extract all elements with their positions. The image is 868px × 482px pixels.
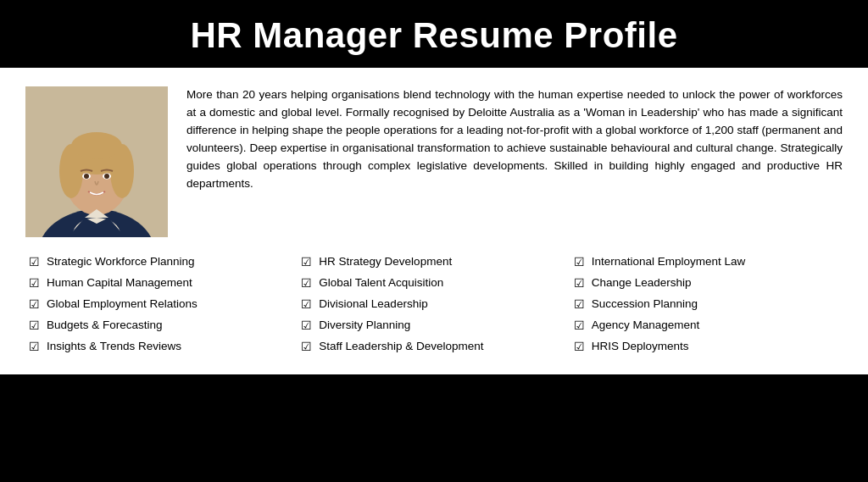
check-icon: ☑ — [574, 319, 585, 332]
check-icon: ☑ — [301, 255, 312, 269]
skill-label: HRIS Deployments — [592, 339, 689, 355]
skill-item: ☑ Budgets & Forecasting — [29, 318, 294, 334]
skill-item: ☑ Change Leadership — [574, 275, 839, 291]
skill-label: International Employment Law — [592, 254, 746, 270]
skill-label: Agency Management — [592, 318, 700, 334]
page-title: HR Manager Resume Profile — [17, 15, 851, 56]
skills-section: ☑ Strategic Workforce Planning ☑ Human C… — [25, 254, 843, 359]
skill-label: Global Talent Acquisition — [319, 275, 443, 291]
svg-point-8 — [71, 132, 122, 159]
skill-label: Human Capital Management — [47, 275, 192, 291]
skill-item: ☑ Diversity Planning — [301, 318, 566, 334]
check-icon: ☑ — [301, 319, 312, 332]
profile-section: More than 20 years helping organisations… — [25, 86, 843, 237]
skill-label: Succession Planning — [592, 296, 698, 313]
check-icon: ☑ — [574, 255, 585, 269]
skill-item: ☑ Global Talent Acquisition — [301, 275, 566, 291]
profile-photo — [25, 86, 168, 237]
skill-item: ☑ Strategic Workforce Planning — [29, 254, 294, 270]
profile-bio: More than 20 years helping organisations… — [186, 86, 843, 237]
skill-label: Global Employment Relations — [47, 296, 198, 313]
skill-label: Budgets & Forecasting — [47, 318, 163, 334]
skill-label: Diversity Planning — [319, 318, 410, 334]
svg-point-12 — [104, 174, 109, 179]
check-icon: ☑ — [29, 276, 40, 290]
skill-label: Divisional Leadership — [319, 296, 427, 313]
check-icon: ☑ — [574, 297, 585, 311]
skill-label: Staff Leadership & Development — [319, 339, 483, 355]
skill-item: ☑ Insights & Trends Reviews — [29, 339, 294, 355]
skills-column-2: ☑ HR Strategy Development ☑ Global Talen… — [298, 254, 570, 359]
skills-column-3: ☑ International Employment Law ☑ Change … — [570, 254, 843, 359]
skill-item: ☑ Agency Management — [574, 318, 839, 334]
skill-item: ☑ HR Strategy Development — [301, 254, 566, 270]
skill-item: ☑ Staff Leadership & Development — [301, 339, 566, 355]
svg-point-11 — [84, 174, 89, 179]
skill-item: ☑ International Employment Law — [574, 254, 839, 270]
check-icon: ☑ — [574, 340, 585, 353]
skill-item: ☑ Global Employment Relations — [29, 296, 294, 313]
skill-label: HR Strategy Development — [319, 254, 452, 270]
check-icon: ☑ — [301, 276, 312, 290]
skill-item: ☑ Succession Planning — [574, 296, 839, 313]
check-icon: ☑ — [301, 297, 312, 311]
check-icon: ☑ — [29, 255, 40, 269]
check-icon: ☑ — [574, 276, 585, 290]
header-section: HR Manager Resume Profile — [0, 0, 868, 68]
skill-label: Insights & Trends Reviews — [47, 339, 181, 355]
skill-item: ☑ Divisional Leadership — [301, 296, 566, 313]
bottom-bar — [0, 374, 868, 407]
check-icon: ☑ — [29, 319, 40, 332]
check-icon: ☑ — [301, 340, 312, 353]
skill-item: ☑ HRIS Deployments — [574, 339, 839, 355]
check-icon: ☑ — [29, 297, 40, 311]
skill-item: ☑ Human Capital Management — [29, 275, 294, 291]
skills-column-1: ☑ Strategic Workforce Planning ☑ Human C… — [25, 254, 298, 359]
skill-label: Strategic Workforce Planning — [47, 254, 195, 270]
content-area: More than 20 years helping organisations… — [0, 68, 868, 374]
check-icon: ☑ — [29, 340, 40, 353]
skill-label: Change Leadership — [592, 275, 692, 291]
